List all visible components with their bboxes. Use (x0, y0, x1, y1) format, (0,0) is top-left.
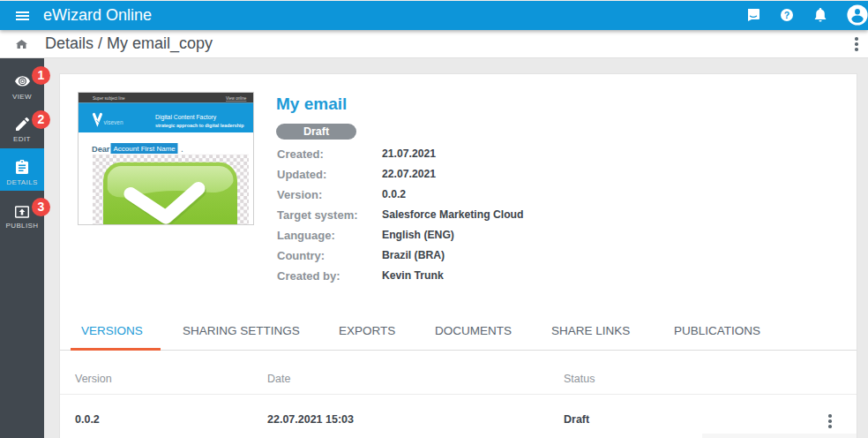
svg-text:?: ? (784, 10, 789, 20)
svg-text:View online: View online (226, 96, 247, 101)
svg-text:Dear: Dear (92, 145, 110, 154)
svg-text:Account First Name: Account First Name (114, 145, 176, 153)
svg-text:Digital Content Factory: Digital Content Factory (155, 114, 217, 121)
svg-text:strategic approach to digital: strategic approach to digital leadership (155, 123, 244, 128)
svg-text:viseven: viseven (104, 119, 123, 125)
svg-text:.: . (181, 144, 183, 154)
svg-text:Super subject line: Super subject line (93, 96, 125, 101)
